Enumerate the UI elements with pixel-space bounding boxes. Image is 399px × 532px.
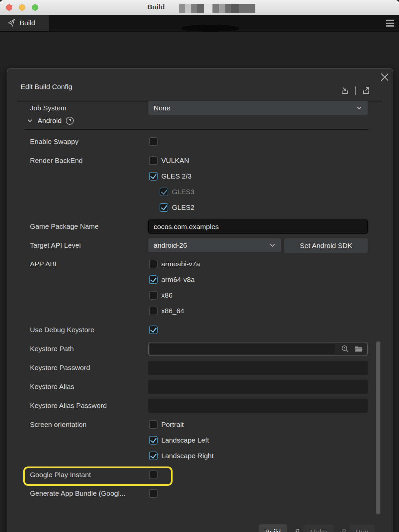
keystore-password-input[interactable] [148,361,368,375]
redacted-blob [181,25,239,32]
link-build-make-icon[interactable] [292,528,300,532]
x86-64-label: x86_64 [161,307,184,315]
close-icon[interactable] [380,72,390,82]
arm64-v8a-checkbox[interactable] [149,275,158,284]
keystore-path-field[interactable] [148,342,368,356]
render-backend-option-gles23: GLES 2/3 [149,172,192,181]
portrait-checkbox[interactable] [149,420,158,429]
panel-background: Edit Build Config Job System None Androi… [0,32,399,532]
zoom-window-button[interactable] [32,4,38,11]
x86-checkbox[interactable] [149,291,158,300]
use-debug-keystore-checkbox[interactable] [149,326,158,334]
use-debug-keystore-label: Use Debug Keystore [30,326,94,334]
job-system-value: None [154,104,356,112]
run-button[interactable]: Run [349,524,375,532]
generate-app-bundle-row [149,489,158,498]
gles3-label: GLES3 [172,188,195,196]
armeabi-v7a-label: armeabi-v7a [161,260,200,268]
app-abi-option-x86: x86 [149,291,173,300]
collapse-chevron-icon [27,117,33,124]
help-icon[interactable] [66,117,74,125]
render-backend-option-vulkan: VULKAN [149,156,189,165]
keystore-path-label: Keystore Path [30,344,74,353]
job-system-label: Job System [30,104,66,112]
keystore-alias-input[interactable] [148,380,368,394]
render-backend-label: Render BackEnd [30,156,83,165]
target-api-level-label: Target API Level [30,241,81,250]
keystore-password-label: Keystore Password [30,363,90,372]
edit-build-config-dialog: Edit Build Config Job System None Androi… [7,68,393,532]
google-play-instant-checkbox[interactable] [149,470,158,479]
make-button[interactable]: Make [303,524,334,532]
redacted-title-text [179,4,255,13]
section-android-title: Android [38,117,62,125]
locate-search-icon[interactable] [341,344,349,353]
render-backend-option-gles2: GLES2 [160,203,195,212]
x86-label: x86 [161,291,173,299]
gles23-checkbox[interactable] [149,172,158,181]
app-abi-option-arm64: arm64-v8a [149,275,195,284]
enable-swappy-row [149,137,158,146]
dialog-header-icons [340,86,371,95]
enable-swappy-label: Enable Swappy [30,137,78,146]
google-play-instant-label: Google Play Instant [30,470,91,479]
orientation-option-portrait: Portrait [149,420,184,429]
landscape-left-checkbox[interactable] [149,436,158,445]
app-abi-label: APP ABI [30,260,57,268]
dialog-title: Edit Build Config [21,83,72,91]
header-icon-separator [355,86,356,95]
gles3-checkbox[interactable] [160,188,168,196]
enable-swappy-checkbox[interactable] [149,137,158,146]
link-make-run-icon[interactable] [338,528,347,532]
keystore-path-input[interactable] [150,344,335,354]
gles2-checkbox[interactable] [160,203,168,212]
landscape-right-checkbox[interactable] [149,452,158,460]
window-titlebar: Build [0,0,399,15]
x86-64-checkbox[interactable] [149,307,158,315]
gles2-label: GLES2 [172,203,195,211]
screen-orientation-label: Screen orientation [30,420,86,429]
set-android-sdk-button[interactable]: Set Android SDK [284,238,368,253]
keystore-alias-password-input[interactable] [148,399,368,413]
portrait-label: Portrait [161,421,184,429]
target-api-level-value: android-26 [154,241,269,249]
minimize-window-button[interactable] [19,4,25,11]
window-title: Build [147,3,165,11]
render-backend-option-gles3: GLES3 [160,188,195,196]
job-system-select[interactable]: None [148,101,368,115]
armeabi-v7a-checkbox[interactable] [149,260,158,268]
arm64-v8a-label: arm64-v8a [161,276,195,284]
build-button[interactable]: Build [259,524,287,532]
keystore-alias-label: Keystore Alias [30,382,74,391]
game-package-name-input[interactable] [148,219,368,234]
section-android[interactable]: Android [27,117,74,125]
generate-app-bundle-label: Generate App Bundle (Googl... [30,489,125,498]
game-package-name-label: Game Package Name [30,222,99,231]
app-abi-option-x86-64: x86_64 [149,307,184,315]
app-abi-option-armeabi: armeabi-v7a [149,260,200,268]
google-play-instant-row [149,470,158,479]
tab-build-label: Build [20,19,35,27]
keystore-alias-password-label: Keystore Alias Password [30,401,107,410]
landscape-left-label: Landscape Left [161,436,209,444]
folder-open-icon[interactable] [354,344,363,353]
import-config-icon[interactable] [340,86,349,95]
landscape-right-label: Landscape Right [161,452,214,460]
use-debug-keystore-row [149,326,158,334]
chevron-down-icon [269,242,276,248]
chevron-down-icon [356,105,362,111]
scrollbar-thumb[interactable] [376,341,380,514]
section-divider [25,129,368,130]
orientation-option-landscape-right: Landscape Right [149,452,214,460]
menu-icon[interactable] [386,20,394,27]
orientation-option-landscape-left: Landscape Left [149,436,209,445]
export-config-icon[interactable] [361,86,371,95]
paper-plane-icon [7,18,16,28]
generate-app-bundle-checkbox[interactable] [149,489,158,498]
close-window-button[interactable] [6,4,12,11]
tab-build[interactable]: Build [0,15,49,31]
gles23-label: GLES 2/3 [161,172,192,180]
vulkan-label: VULKAN [161,157,189,165]
target-api-level-select[interactable]: android-26 [148,238,281,252]
vulkan-checkbox[interactable] [149,156,158,165]
